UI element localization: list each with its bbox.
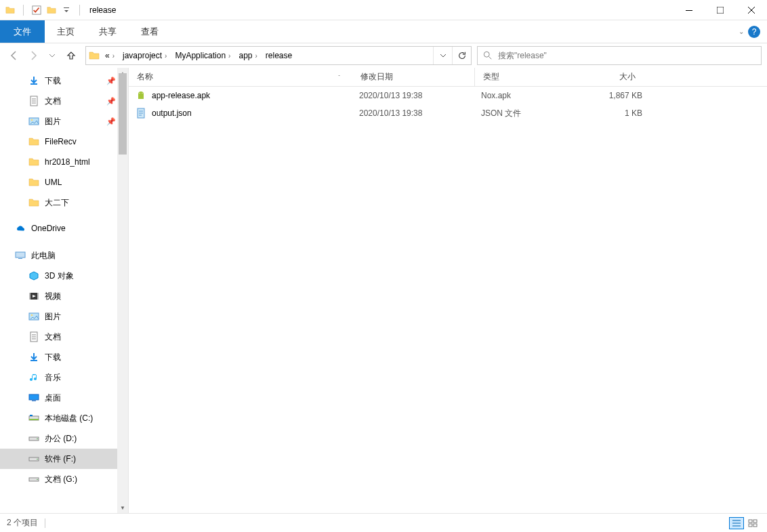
svg-point-28: [37, 479, 38, 480]
sidebar-item[interactable]: 图片: [0, 306, 128, 327]
col-name[interactable]: 名称 ˆ: [129, 68, 352, 86]
details-view-button[interactable]: [729, 517, 744, 529]
sidebar-item-label: 此电脑: [31, 250, 56, 262]
sidebar-item[interactable]: 桌面: [0, 388, 128, 408]
ribbon-tabs: 文件 主页 共享 查看 ⌄ ?: [0, 20, 767, 43]
svg-point-31: [142, 93, 142, 94]
breadcrumb-item[interactable]: release: [263, 47, 295, 64]
sidebar-item-label: 图片: [45, 311, 61, 323]
svg-rect-33: [749, 520, 752, 523]
sidebar-item[interactable]: 下载: [0, 347, 128, 367]
svg-point-15: [31, 314, 33, 316]
sidebar-item-label: 大二下: [45, 197, 69, 209]
sidebar-item-label: 下载: [45, 75, 61, 87]
back-button[interactable]: [5, 47, 23, 64]
file-date: 2020/10/13 19:38: [359, 91, 481, 100]
up-button[interactable]: [62, 47, 80, 64]
file-date: 2020/10/13 19:38: [359, 108, 481, 118]
file-type: JSON 文件: [481, 108, 583, 119]
file-list-pane: 名称 ˆ 修改日期 类型 大小 app-release.apk2020/10/1…: [129, 68, 767, 513]
breadcrumb-item[interactable]: javaproject›: [120, 47, 172, 64]
svg-rect-35: [749, 524, 752, 527]
ribbon-collapse-icon[interactable]: ⌄: [739, 28, 744, 35]
search-input[interactable]: 搜索"release": [477, 46, 762, 65]
sidebar-item[interactable]: UML: [0, 172, 128, 192]
sidebar-item[interactable]: FileRecv: [0, 131, 128, 152]
file-name: app-release.apk: [152, 91, 210, 100]
sidebar-item[interactable]: 办公 (D:): [0, 428, 128, 449]
refresh-button[interactable]: [452, 47, 471, 64]
file-type: Nox.apk: [481, 91, 583, 100]
svg-point-26: [37, 459, 38, 460]
qat-folder-icon[interactable]: [45, 4, 58, 16]
close-button[interactable]: [736, 0, 767, 20]
col-date[interactable]: 修改日期: [352, 68, 474, 86]
breadcrumb-overflow[interactable]: «›: [102, 47, 120, 64]
sidebar-item[interactable]: 大二下: [0, 192, 128, 213]
svg-point-8: [31, 119, 33, 121]
sidebar-item-label: 图片: [45, 116, 61, 127]
sidebar-item[interactable]: 下载📌: [0, 70, 128, 91]
nav-scrollbar[interactable]: ▲ ▼: [117, 68, 128, 513]
sidebar-item[interactable]: 文档: [0, 327, 128, 347]
minimize-button[interactable]: [673, 0, 705, 20]
file-size: 1,867 KB: [583, 91, 657, 100]
scrollbar-thumb[interactable]: [119, 73, 127, 155]
sort-indicator-icon: ˆ: [338, 74, 352, 80]
sidebar-item[interactable]: hr2018_html: [0, 152, 128, 172]
nav-onedrive[interactable]: OneDrive: [0, 218, 128, 239]
forward-button[interactable]: [24, 47, 42, 64]
svg-rect-22: [30, 415, 33, 416]
svg-rect-34: [753, 520, 757, 523]
recent-dropdown-icon[interactable]: [43, 47, 61, 64]
file-row[interactable]: app-release.apk2020/10/13 19:38Nox.apk1,…: [129, 87, 767, 104]
sidebar-item[interactable]: 文档📌: [0, 91, 128, 111]
sidebar-item-label: FileRecv: [45, 137, 77, 146]
ribbon-tab-home[interactable]: 主页: [45, 20, 87, 43]
column-headers: 名称 ˆ 修改日期 类型 大小: [129, 68, 767, 87]
navigation-pane[interactable]: 下载📌文档📌图片📌FileRecvhr2018_htmlUML大二下 OneDr…: [0, 68, 129, 513]
sidebar-item[interactable]: 3D 对象: [0, 266, 128, 286]
svg-point-4: [484, 52, 489, 57]
sidebar-item-label: 办公 (D:): [45, 433, 77, 445]
svg-rect-29: [138, 95, 144, 99]
help-icon[interactable]: ?: [748, 26, 760, 38]
col-type[interactable]: 类型: [474, 68, 576, 86]
ribbon-tab-view[interactable]: 查看: [129, 20, 171, 43]
icons-view-button[interactable]: [745, 517, 760, 529]
breadcrumb-item[interactable]: app›: [236, 47, 262, 64]
svg-rect-17: [30, 360, 37, 361]
qat-dropdown-icon[interactable]: [60, 4, 72, 16]
maximize-button[interactable]: [705, 0, 736, 20]
sidebar-item-label: UML: [45, 178, 62, 187]
sidebar-item[interactable]: 视频: [0, 286, 128, 306]
folder-icon: [4, 4, 16, 16]
title-bar: release: [0, 0, 767, 20]
svg-rect-9: [16, 252, 25, 258]
ribbon-file-tab[interactable]: 文件: [0, 20, 45, 43]
svg-rect-1: [64, 7, 69, 8]
breadcrumb-item[interactable]: MyApplication›: [172, 47, 236, 64]
address-bar[interactable]: «› javaproject› MyApplication› app› rele…: [85, 46, 472, 65]
pin-icon: 📌: [106, 117, 116, 126]
sidebar-item[interactable]: 软件 (F:): [0, 449, 128, 469]
sidebar-item[interactable]: 音乐: [0, 367, 128, 388]
sidebar-item[interactable]: 图片📌: [0, 111, 128, 131]
ribbon-tab-share[interactable]: 共享: [87, 20, 129, 43]
file-size: 1 KB: [583, 108, 657, 118]
sidebar-item[interactable]: 本地磁盘 (C:): [0, 408, 128, 428]
address-dropdown-icon[interactable]: [433, 47, 452, 64]
sidebar-item-label: OneDrive: [31, 224, 66, 233]
col-size[interactable]: 大小: [576, 68, 650, 86]
sidebar-item[interactable]: 文档 (G:): [0, 469, 128, 489]
sidebar-item-label: 本地磁盘 (C:): [45, 413, 93, 424]
sidebar-item-label: 文档: [45, 331, 61, 343]
svg-rect-13: [37, 293, 39, 300]
nav-this-pc[interactable]: 此电脑: [0, 245, 128, 266]
svg-rect-5: [30, 83, 37, 85]
file-row[interactable]: output.json2020/10/13 19:38JSON 文件1 KB: [129, 104, 767, 122]
onedrive-icon: [15, 223, 26, 234]
qat-checkbox-icon[interactable]: [30, 4, 43, 16]
window-title: release: [89, 5, 116, 15]
sidebar-item-label: 视频: [45, 291, 61, 302]
